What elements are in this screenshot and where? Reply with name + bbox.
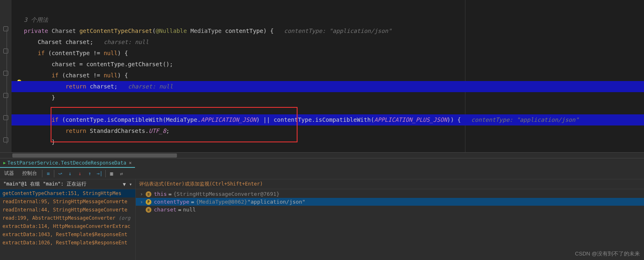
code-line[interactable]: return StandardCharsets.UTF_8; xyxy=(12,125,644,137)
fold-icon[interactable] xyxy=(3,71,8,76)
code-line[interactable]: Charset charset; charset: null xyxy=(12,37,644,48)
show-frames-icon[interactable]: ≡ xyxy=(43,169,53,179)
object-icon: ≡ xyxy=(146,191,151,197)
stack-frame[interactable]: readInternal:44, StringHttpMessageConver… xyxy=(0,206,135,214)
object-icon: ≡ xyxy=(146,207,151,213)
variable-this[interactable]: › ≡ this = {StringHttpMessageConverter@7… xyxy=(136,190,644,198)
scrollbar-thumb[interactable] xyxy=(12,153,177,158)
code-line[interactable]: private Charset getContentTypeCharset(@N… xyxy=(12,26,644,37)
param-icon: P xyxy=(146,199,151,205)
step-into-icon[interactable]: ↓ xyxy=(65,169,75,179)
stack-frame[interactable]: extractData:114, HttpMessageConverterExt… xyxy=(0,222,135,230)
eval-placeholder: 评估表达式(Enter)或添加监视(Ctrl+Shift+Enter) xyxy=(139,181,263,188)
code-line[interactable]: if (contentType.isCompatibleWith(MediaTy… xyxy=(12,114,644,125)
watermark: CSDN @没有到不了的未来 xyxy=(575,250,640,258)
horizontal-scrollbar[interactable] xyxy=(0,152,644,158)
code-content[interactable]: 3 个用法 private Charset getContentTypeChar… xyxy=(12,0,644,152)
fold-icon[interactable] xyxy=(3,26,8,31)
separator xyxy=(42,170,42,177)
code-line[interactable]: charset = contentType.getCharset(); xyxy=(12,59,644,70)
run-to-cursor-icon[interactable]: →| xyxy=(95,169,105,179)
frames-panel[interactable]: "main"@1 在组 "main": 正在运行 ▼ ▾ getContentT… xyxy=(0,179,136,260)
console-tab[interactable]: 控制台 xyxy=(18,170,41,177)
step-out-icon[interactable]: ↑ xyxy=(85,169,95,179)
code-line[interactable] xyxy=(12,103,644,114)
run-tab-label: TestParserService.TestDecodeResponseData xyxy=(7,160,126,166)
expand-icon[interactable]: › xyxy=(140,191,144,197)
run-status-icon: ▶ xyxy=(3,160,6,165)
thread-label: "main"@1 在组 "main": 正在运行 xyxy=(3,181,86,188)
stack-frame[interactable]: getContentTypeCharset:151, StringHttpMes xyxy=(0,189,135,197)
fold-icon[interactable] xyxy=(3,49,8,53)
settings-icon[interactable]: ⇄ xyxy=(116,169,126,179)
stack-frame[interactable]: readInternal:95, StringHttpMessageConver… xyxy=(0,197,135,206)
separator xyxy=(54,170,54,177)
step-over-icon[interactable]: ⤻ xyxy=(55,169,65,179)
run-config-tab[interactable]: ▶ TestParserService.TestDecodeResponseDa… xyxy=(0,158,135,168)
expand-icon[interactable]: › xyxy=(140,199,144,205)
code-line[interactable]: } xyxy=(12,137,644,148)
stack-frame[interactable]: read:199, AbstractHttpMessageConverter (… xyxy=(0,214,135,222)
fold-icon[interactable] xyxy=(3,137,8,142)
usages-hint[interactable]: 3 个用法 xyxy=(12,14,644,26)
evaluate-expression-input[interactable]: 评估表达式(Enter)或添加监视(Ctrl+Shift+Enter) xyxy=(136,179,644,189)
close-icon[interactable]: × xyxy=(129,160,132,166)
debugger-toolbar: 试器 控制台 ≡ ⤻ ↓ ↓ ↑ →| ▦ ⇄ xyxy=(0,168,644,179)
code-editor[interactable]: 💡 3 个用法 private Charset getContentTypeCh… xyxy=(0,0,644,152)
execution-point-line[interactable]: return charset; charset: null xyxy=(12,81,644,92)
code-line[interactable]: if (contentType != null) { xyxy=(12,48,644,59)
variables-list: › ≡ this = {StringHttpMessageConverter@7… xyxy=(136,189,644,260)
debug-panel: "main"@1 在组 "main": 正在运行 ▼ ▾ getContentT… xyxy=(0,179,644,260)
variables-panel[interactable]: 评估表达式(Enter)或添加监视(Ctrl+Shift+Enter) › ≡ … xyxy=(136,179,644,260)
thread-selector[interactable]: "main"@1 在组 "main": 正在运行 ▼ ▾ xyxy=(0,179,135,189)
fold-icon[interactable] xyxy=(3,93,8,98)
force-step-into-icon[interactable]: ↓ xyxy=(75,169,85,179)
editor-gutter[interactable] xyxy=(0,0,12,152)
stack-frame[interactable]: extractData:1026, RestTemplate$ResponseE… xyxy=(0,239,135,247)
debugger-tab[interactable]: 试器 xyxy=(0,170,18,177)
fold-icon[interactable] xyxy=(3,115,8,120)
variable-charset[interactable]: ≡ charset = null xyxy=(136,206,644,214)
filter-icon[interactable]: ▼ xyxy=(123,181,126,187)
variable-content-type[interactable]: › P contentType = {MediaType@8062} "appl… xyxy=(136,198,644,206)
dropdown-icon[interactable]: ▾ xyxy=(129,181,132,187)
evaluate-icon[interactable]: ▦ xyxy=(107,169,116,179)
code-line[interactable]: if (charset != null) { xyxy=(12,70,644,81)
code-line[interactable]: } xyxy=(12,92,644,103)
stack-frame[interactable]: extractData:1043, RestTemplate$ResponseE… xyxy=(0,230,135,239)
run-tab-bar: ▶ TestParserService.TestDecodeResponseDa… xyxy=(0,158,644,168)
separator xyxy=(105,170,106,177)
